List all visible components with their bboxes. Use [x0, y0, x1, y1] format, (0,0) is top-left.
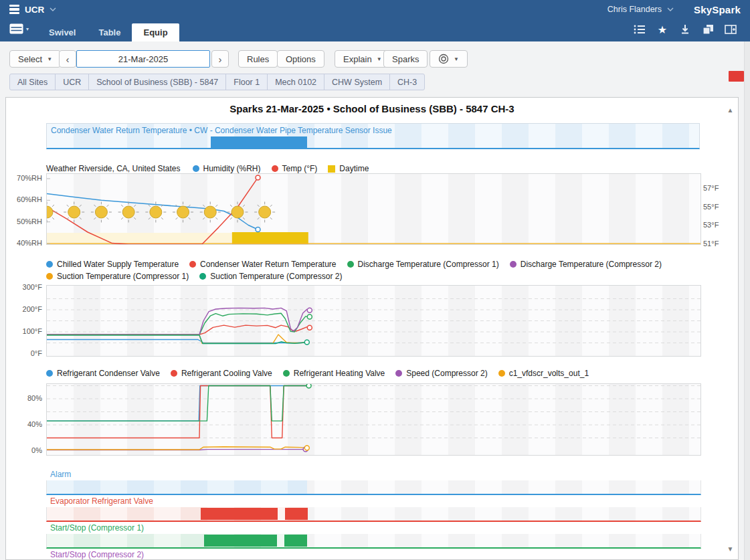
legend-label: Speed (Compressor 2) — [406, 369, 487, 378]
weather-chart[interactable] — [46, 173, 701, 245]
download-icon[interactable] — [679, 24, 691, 35]
tab-bar-tabs: SwivelTableEquip — [37, 23, 179, 41]
sun-ray — [107, 205, 109, 207]
sun-ray — [189, 205, 191, 207]
spark-band-label: Condenser Water Return Temperature • CW … — [51, 126, 392, 135]
favorite-star-icon[interactable]: ★ — [656, 24, 668, 35]
legend-label: Suction Temperature (Compressor 1) — [57, 272, 189, 281]
breadcrumb-floor-1[interactable]: Floor 1 — [225, 74, 268, 90]
breadcrumb-school-of-business-sbb-5847[interactable]: School of Business (SBB) - 5847 — [88, 74, 226, 90]
condenser-water-return-temperature-swatch-icon — [189, 261, 196, 268]
legend-item-c1-vfdscr-volts-out-1[interactable]: c1_vfdscr_volts_out_1 — [498, 369, 589, 378]
axis-label-100-f: 100°F — [6, 327, 42, 335]
discharge-temperature-compressor-1-swatch-icon — [347, 261, 354, 268]
prev-date-button[interactable]: ‹ — [59, 50, 76, 68]
axis-label-300-f: 300°F — [6, 283, 42, 291]
side-panel-add-icon[interactable] — [725, 24, 737, 35]
status-band-strip-start-stop-compressor-1[interactable] — [46, 534, 701, 549]
sun-icon — [95, 206, 107, 218]
list-view-icon[interactable] — [634, 24, 646, 35]
legend-item-humidity-rh[interactable]: Humidity (%RH) — [193, 164, 261, 173]
legend-item-refrigerant-cooling-valve[interactable]: Refrigerant Cooling Valve — [171, 369, 272, 378]
axis-label-40-rh: 40%RH — [6, 239, 42, 247]
breadcrumb-chw-system[interactable]: CHW System — [324, 74, 390, 90]
sun-ray — [270, 217, 272, 219]
legend-label: Temp (°F) — [282, 164, 318, 173]
legend-item-daytime[interactable]: Daytime — [328, 164, 369, 173]
legend-item-speed-compressor-2[interactable]: Speed (Compressor 2) — [395, 369, 487, 378]
sparks-button[interactable]: Sparks — [383, 50, 428, 68]
sun-icon — [68, 206, 80, 218]
status-band-strip-alarm[interactable] — [46, 480, 701, 495]
weather-title: Weather Riverside, CA, United States — [46, 164, 181, 173]
scroll-down-arrow[interactable]: ▼ — [726, 545, 735, 553]
project-chevron-icon[interactable] — [50, 7, 56, 11]
sun-ray — [243, 205, 245, 207]
status-event-bar-start-stop-compressor-1 — [284, 535, 307, 547]
axis-label-60-rh: 60%RH — [6, 195, 42, 203]
scroll-up-arrow[interactable]: ▲ — [726, 106, 735, 114]
select-button[interactable]: Select▼ — [9, 50, 61, 68]
spark-event-bar — [211, 136, 307, 148]
view-layout-button[interactable]: ▾ — [9, 23, 29, 34]
legend-item-discharge-temperature-compressor-1[interactable]: Discharge Temperature (Compressor 1) — [347, 260, 499, 269]
rules-button[interactable]: Rules — [238, 50, 278, 68]
sun-ray — [80, 217, 82, 219]
sun-ray — [121, 205, 123, 207]
speed-compressor-2-swatch-icon — [395, 370, 402, 377]
weather-plot-svg — [47, 174, 700, 244]
legend-item-refrigerant-condenser-valve[interactable]: Refrigerant Condenser Valve — [46, 369, 160, 378]
status-event-bar-start-stop-compressor-1 — [204, 535, 277, 547]
user-chevron-icon[interactable] — [667, 7, 674, 11]
explain-button[interactable]: Explain▼ — [335, 50, 391, 68]
temperatures-chart[interactable] — [46, 285, 701, 357]
page-scrollbar[interactable] — [744, 41, 750, 560]
legend-item-chilled-water-supply-temperature[interactable]: Chilled Water Supply Temperature — [46, 260, 179, 269]
sun-icon — [259, 206, 271, 218]
sun-icon — [122, 206, 134, 218]
tab-swivel[interactable]: Swivel — [37, 23, 87, 41]
legend-item-suction-temperature-compressor-2[interactable]: Suction Temperature (Compressor 2) — [199, 272, 342, 281]
breadcrumb-ch-3[interactable]: CH-3 — [389, 74, 425, 90]
sun-ray — [230, 217, 232, 219]
legend-label: Refrigerant Condenser Valve — [57, 369, 160, 378]
sun-ray — [161, 217, 163, 219]
legend-item-temp-f[interactable]: Temp (°F) — [272, 164, 318, 173]
legend-label: Suction Temperature (Compressor 2) — [210, 272, 342, 281]
breadcrumb-all-sites[interactable]: All Sites — [9, 74, 56, 90]
target-icon — [438, 54, 449, 64]
status-band-label-start-stop-compressor-1: Start/Stop (Compressor 1) — [50, 523, 144, 533]
legend-item-discharge-temperature-compressor-2[interactable]: Discharge Temperature (Compressor 2) — [510, 260, 662, 269]
alert-indicator[interactable] — [729, 71, 744, 82]
legend-item-refrigerant-heating-valve[interactable]: Refrigerant Heating Valve — [283, 369, 385, 378]
c1-vfdscr-volts-out-1-swatch-icon — [498, 370, 505, 377]
options-button[interactable]: Options — [277, 50, 324, 68]
user-menu[interactable]: Chris Flanders — [607, 5, 662, 14]
target-menu-button[interactable]: ▼ — [430, 50, 468, 68]
spark-band-chart[interactable]: Condenser Water Return Temperature • CW … — [46, 123, 700, 149]
valves-chart[interactable] — [46, 383, 701, 456]
axis-label-50-rh: 50%RH — [6, 217, 42, 225]
legend-item-suction-temperature-compressor-1[interactable]: Suction Temperature (Compressor 1) — [46, 272, 189, 281]
tab-equip[interactable]: Equip — [132, 23, 179, 41]
humidity-rh-swatch-icon — [193, 165, 199, 172]
suction-temperature-compressor-2-swatch-icon — [199, 273, 206, 280]
sun-icon — [204, 206, 216, 218]
next-date-button[interactable]: › — [211, 50, 229, 68]
copy-pages-icon[interactable] — [702, 24, 714, 35]
sun-ray — [189, 217, 191, 219]
status-band-strip-evaporator-refrigerant-valve[interactable] — [46, 507, 701, 522]
tab-table[interactable]: Table — [87, 23, 132, 41]
status-band-tint-alarm — [47, 480, 307, 494]
layout-icon — [9, 23, 23, 34]
sun-ray — [149, 205, 151, 207]
legend-item-condenser-water-return-temperature[interactable]: Condenser Water Return Temperature — [189, 260, 336, 269]
discharge-temperature-compressor-2-swatch-icon — [510, 261, 517, 268]
axis-label-40: 40% — [6, 420, 42, 428]
status-band-label-alarm: Alarm — [50, 470, 71, 480]
project-name[interactable]: UCR — [25, 5, 44, 15]
date-input[interactable] — [76, 50, 210, 68]
breadcrumb-ucr[interactable]: UCR — [55, 74, 89, 90]
breadcrumb-mech-0102[interactable]: Mech 0102 — [267, 74, 324, 90]
sun-ray — [52, 205, 54, 207]
